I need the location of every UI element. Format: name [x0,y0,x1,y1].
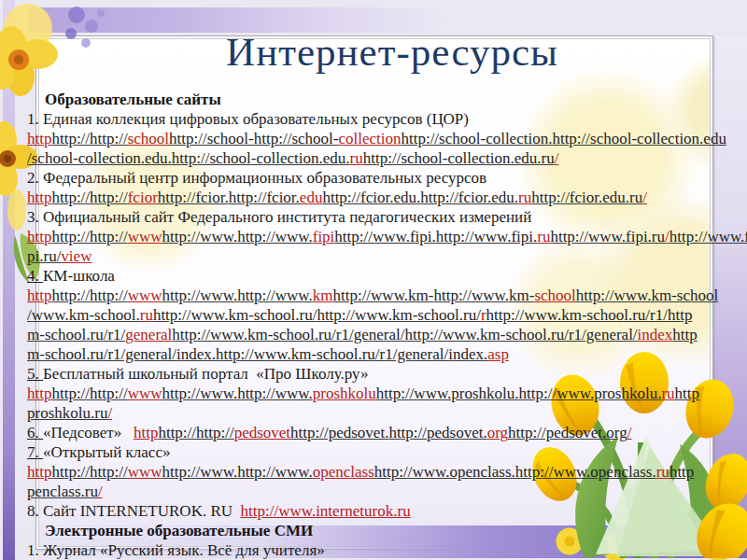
link-segment[interactable]: ru [656,463,669,481]
link-segment[interactable]: http://school-collection.edu.ru [363,149,555,167]
link-segment[interactable]: http://www. [237,463,313,481]
link-segment[interactable]: proshkolu.ru [27,404,107,422]
link-segment[interactable]: pi.ru/ [27,247,61,265]
link-segment[interactable]: ru [350,149,363,167]
link-segment[interactable]: / [642,189,647,206]
link-segment[interactable]: http://school-collection. [401,130,552,147]
link-segment[interactable]: school [534,287,575,304]
link-segment[interactable]: http:// [90,189,128,206]
link-segment[interactable]: http://www.openclass. [374,463,515,481]
link-segment[interactable]: http://pedsovet.org [508,424,627,441]
link-segment[interactable]: http://fcior. [229,189,300,206]
link-segment[interactable]: collection [338,130,401,147]
link-segment[interactable]: km [313,287,333,304]
link-segment[interactable]: http:// [51,228,90,245]
link-segment[interactable]: penclass.ru [27,483,98,500]
link-segment[interactable]: http:// [90,463,128,481]
link-segment[interactable]: index [638,326,673,343]
link-segment[interactable]: asp [487,345,509,363]
link-segment[interactable]: http://www.fipi. [436,228,537,245]
link-segment[interactable]: m-school.ru/r1/general/index. [27,345,216,363]
link-segment[interactable]: http://fcior.edu. [322,189,420,206]
link-segment[interactable]: / [555,149,559,167]
link-segment[interactable]: http:// [158,424,196,441]
link-segment[interactable]: http [27,463,51,481]
link-segment[interactable]: fipi [313,228,335,245]
link-segment[interactable]: http://www.fipi.ru [550,228,665,245]
link-segment[interactable]: http://www.fi [669,228,747,245]
link-segment[interactable]: http://www. [162,385,238,402]
link-segment[interactable]: http://www.km-school.ru/r1/ [486,306,668,324]
link-segment[interactable]: http://fcior.edu.ru [531,189,642,206]
link-segment[interactable]: http [675,385,699,402]
link-segment[interactable]: http:// [51,189,90,206]
link-segment[interactable]: http://www.km- [332,287,433,304]
link-segment[interactable]: http://pedsovet. [290,424,388,441]
link-segment[interactable]: http://www.openclass. [515,463,656,481]
link-segment[interactable]: /www.km-school. [27,306,140,324]
link-segment[interactable]: http:// [51,130,90,147]
link-segment[interactable]: http://school-collection.edu [552,130,726,147]
link-segment[interactable]: http [27,189,51,206]
link-segment[interactable]: /school-collection.edu. [27,149,172,167]
link-segment[interactable]: http://www. [162,463,238,481]
link-segment[interactable]: http [27,228,51,245]
link-segment[interactable]: general [125,326,172,343]
link-segment[interactable]: http://www. [237,385,313,402]
link-segment[interactable]: http://fcior. [158,189,229,206]
link-segment[interactable]: http://www. [237,287,313,304]
link-segment[interactable]: / [627,424,632,441]
link-segment[interactable]: http://www. [162,287,238,304]
link-segment[interactable]: http [134,424,158,441]
link-segment[interactable]: www [128,287,162,304]
link-segment[interactable]: http [669,463,694,481]
link-segment[interactable]: http://www.fipi. [334,228,435,245]
link-segment[interactable]: www [128,385,162,402]
link-segment[interactable]: http:// [90,228,128,245]
link-segment[interactable]: http://www.km- [433,287,534,304]
link-segment[interactable]: http:// [90,130,128,147]
link-segment[interactable]: http://www.km-school.ru/ [153,306,317,324]
link-segment[interactable]: view [61,247,92,265]
link-segment[interactable]: http://www.interneturok.ru [241,502,411,520]
link-segment[interactable]: ru [140,306,153,324]
link-segment[interactable]: http [668,306,692,324]
link-segment[interactable]: http://www. [237,228,313,245]
link-segment[interactable]: ru [537,228,550,245]
link-segment[interactable]: www [128,463,162,481]
link-segment[interactable]: ru [518,189,531,206]
link-segment[interactable]: http:// [51,385,90,402]
link-segment[interactable]: edu [300,189,323,206]
link-segment[interactable]: http:// [51,287,90,304]
link-segment[interactable]: / [107,404,112,422]
link-segment[interactable]: www [128,228,162,245]
link-segment[interactable]: m-school.ru/r1/ [27,326,125,343]
link-segment[interactable]: http [672,326,697,343]
link-segment[interactable]: http://www.km-school [576,287,718,304]
link-segment[interactable]: http://school- [169,130,254,147]
link-segment[interactable]: http:// [90,385,128,402]
link-segment[interactable]: http://www.km-school.ru/r1/general/index… [216,345,487,363]
link-segment[interactable]: ru [661,385,674,402]
link-segment[interactable]: school [128,130,169,147]
link-segment[interactable]: fcior [128,189,158,206]
link-segment[interactable]: org [487,424,508,441]
link-segment[interactable]: http:// [51,463,90,481]
link-segment[interactable]: http://www.km-school.ru/r1/general/ [404,326,637,343]
link-segment[interactable]: http://www.km-school.ru/ [317,306,481,324]
link-segment[interactable]: http://www.proshkolu. [519,385,662,402]
link-segment[interactable]: pedsovet [234,424,290,441]
link-segment[interactable]: http:// [90,287,128,304]
link-segment[interactable]: http://school-collection.edu. [172,149,350,167]
link-segment[interactable]: http://school- [254,130,339,147]
link-segment[interactable]: proshkolu [313,385,376,402]
link-segment[interactable]: http://www. [162,228,238,245]
link-segment[interactable]: http://www.km-school.ru/r1/general/ [172,326,404,343]
link-segment[interactable]: http://www.proshkolu. [376,385,519,402]
link-segment[interactable]: http:// [196,424,234,441]
link-segment[interactable]: http://pedsovet. [388,424,486,441]
link-segment[interactable]: http [27,287,51,304]
link-segment[interactable]: http://fcior.edu. [420,189,518,206]
link-segment[interactable]: http [27,130,51,147]
link-segment[interactable]: openclass [313,463,374,481]
